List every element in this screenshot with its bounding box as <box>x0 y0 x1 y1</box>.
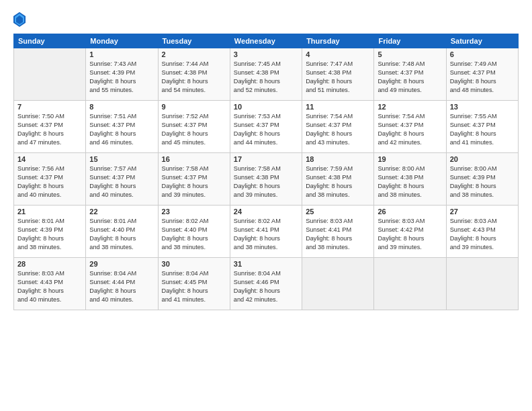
calendar-cell: 4Sunrise: 7:47 AMSunset: 4:38 PMDaylight… <box>302 48 374 101</box>
cell-line: Sunrise: 7:44 AM <box>162 60 209 67</box>
calendar-cell: 6Sunrise: 7:49 AMSunset: 4:37 PMDaylight… <box>446 48 518 101</box>
calendar-cell: 22Sunrise: 8:01 AMSunset: 4:40 PMDayligh… <box>86 205 158 258</box>
cell-content: Sunrise: 7:53 AMSunset: 4:37 PMDaylight:… <box>234 112 298 147</box>
cell-line: Sunset: 4:43 PM <box>17 279 63 285</box>
day-number: 14 <box>17 155 82 163</box>
cell-line: Sunrise: 8:02 AM <box>162 218 209 224</box>
cell-line: Sunrise: 8:01 AM <box>17 218 64 224</box>
cell-content: Sunrise: 7:56 AMSunset: 4:37 PMDaylight:… <box>17 165 82 199</box>
cell-line: Sunrise: 8:03 AM <box>378 218 425 224</box>
cell-line: Sunrise: 8:03 AM <box>306 218 353 224</box>
cell-line: Daylight: 8 hours <box>450 78 496 85</box>
cell-line: Daylight: 8 hours <box>306 78 352 85</box>
day-number: 3 <box>234 50 298 58</box>
cell-line: and 38 minutes. <box>306 191 349 198</box>
cell-line: Sunrise: 7:50 AM <box>17 113 64 120</box>
cell-line: Daylight: 8 hours <box>17 235 64 242</box>
cell-line: and 40 minutes. <box>89 191 133 198</box>
cell-line: and 40 minutes. <box>89 296 133 303</box>
day-number: 5 <box>378 50 442 58</box>
cell-line: Sunset: 4:37 PM <box>306 122 351 128</box>
cell-line: Sunrise: 8:02 AM <box>234 218 281 224</box>
cell-line: and 55 minutes. <box>89 87 133 93</box>
cell-content: Sunrise: 7:52 AMSunset: 4:37 PMDaylight:… <box>162 112 226 147</box>
day-number: 30 <box>162 260 226 268</box>
cell-line: Sunrise: 8:01 AM <box>89 218 136 224</box>
calendar-cell <box>14 48 86 101</box>
cell-line: Sunset: 4:37 PM <box>450 122 496 128</box>
cell-content: Sunrise: 8:02 AMSunset: 4:40 PMDaylight:… <box>162 217 226 252</box>
cell-line: Sunrise: 7:58 AM <box>234 165 281 172</box>
day-number: 1 <box>89 50 154 58</box>
calendar-cell: 3Sunrise: 7:45 AMSunset: 4:38 PMDaylight… <box>230 48 302 101</box>
cell-line: Sunrise: 7:58 AM <box>162 165 209 172</box>
cell-line: Sunset: 4:37 PM <box>378 69 423 76</box>
cell-line: Daylight: 8 hours <box>17 287 64 294</box>
day-number: 31 <box>234 260 298 268</box>
cell-line: and 39 minutes. <box>450 244 494 250</box>
cell-line: and 43 minutes. <box>306 139 349 146</box>
calendar-table: SundayMondayTuesdayWednesdayThursdayFrid… <box>13 34 519 310</box>
cell-line: and 48 minutes. <box>450 87 494 93</box>
day-header-friday: Friday <box>374 34 446 48</box>
cell-line: Sunset: 4:37 PM <box>378 122 423 128</box>
cell-content: Sunrise: 7:47 AMSunset: 4:38 PMDaylight:… <box>306 60 370 95</box>
cell-content: Sunrise: 7:49 AMSunset: 4:37 PMDaylight:… <box>450 60 515 95</box>
cell-line: and 46 minutes. <box>89 139 133 146</box>
day-number: 28 <box>17 260 82 268</box>
cell-line: and 40 minutes. <box>17 191 61 198</box>
cell-line: Sunrise: 7:54 AM <box>306 113 353 120</box>
day-header-wednesday: Wednesday <box>230 34 302 48</box>
cell-line: Sunrise: 8:04 AM <box>162 270 209 277</box>
cell-line: Daylight: 8 hours <box>234 130 280 137</box>
cell-line: Sunset: 4:41 PM <box>306 226 351 233</box>
day-number: 12 <box>378 103 442 111</box>
day-number: 4 <box>306 50 370 58</box>
cell-line: Daylight: 8 hours <box>378 183 424 189</box>
cell-line: and 44 minutes. <box>234 139 277 146</box>
day-number: 27 <box>450 208 515 216</box>
cell-line: Sunset: 4:44 PM <box>89 279 135 285</box>
cell-line: Daylight: 8 hours <box>162 183 208 189</box>
cell-line: Sunrise: 7:57 AM <box>89 165 136 172</box>
day-number: 26 <box>378 208 442 216</box>
cell-content: Sunrise: 8:00 AMSunset: 4:38 PMDaylight:… <box>378 165 442 199</box>
cell-line: Sunset: 4:39 PM <box>450 174 496 181</box>
cell-content: Sunrise: 7:43 AMSunset: 4:39 PMDaylight:… <box>89 60 154 95</box>
cell-line: Sunrise: 7:49 AM <box>450 60 497 67</box>
cell-line: Daylight: 8 hours <box>162 78 208 85</box>
cell-content: Sunrise: 8:03 AMSunset: 4:41 PMDaylight:… <box>306 217 370 252</box>
cell-line: Sunrise: 7:47 AM <box>306 60 353 67</box>
cell-content: Sunrise: 8:03 AMSunset: 4:43 PMDaylight:… <box>450 217 515 252</box>
day-header-sunday: Sunday <box>14 34 86 48</box>
calendar-cell: 21Sunrise: 8:01 AMSunset: 4:39 PMDayligh… <box>14 205 86 258</box>
calendar-cell: 9Sunrise: 7:52 AMSunset: 4:37 PMDaylight… <box>158 101 230 153</box>
cell-content: Sunrise: 7:59 AMSunset: 4:38 PMDaylight:… <box>306 165 370 199</box>
cell-line: Sunset: 4:38 PM <box>378 174 423 181</box>
cell-line: and 38 minutes. <box>162 244 206 250</box>
day-number: 29 <box>89 260 154 268</box>
cell-line: Sunrise: 8:00 AM <box>450 165 497 172</box>
cell-line: Sunset: 4:37 PM <box>17 122 63 128</box>
week-row-4: 28Sunrise: 8:03 AMSunset: 4:43 PMDayligh… <box>14 258 519 310</box>
day-number: 16 <box>162 155 226 163</box>
cell-content: Sunrise: 7:58 AMSunset: 4:38 PMDaylight:… <box>234 165 298 199</box>
cell-line: and 38 minutes. <box>306 244 349 250</box>
day-number: 2 <box>162 50 226 58</box>
cell-line: Sunrise: 8:00 AM <box>378 165 425 172</box>
cell-line: and 42 minutes. <box>378 139 421 146</box>
cell-line: and 54 minutes. <box>162 87 206 93</box>
cell-line: Daylight: 8 hours <box>306 183 352 189</box>
cell-line: Daylight: 8 hours <box>17 183 64 189</box>
cell-content: Sunrise: 7:48 AMSunset: 4:37 PMDaylight:… <box>378 60 442 95</box>
cell-line: Sunrise: 7:45 AM <box>234 60 281 67</box>
cell-content: Sunrise: 7:58 AMSunset: 4:37 PMDaylight:… <box>162 165 226 199</box>
cell-line: Daylight: 8 hours <box>89 78 136 85</box>
cell-line: Sunset: 4:37 PM <box>162 122 208 128</box>
calendar-cell: 14Sunrise: 7:56 AMSunset: 4:37 PMDayligh… <box>14 153 86 205</box>
cell-line: Daylight: 8 hours <box>378 130 424 137</box>
cell-content: Sunrise: 8:01 AMSunset: 4:40 PMDaylight:… <box>89 217 154 252</box>
cell-line: Sunset: 4:37 PM <box>450 69 496 76</box>
cell-line: Daylight: 8 hours <box>162 287 208 294</box>
cell-line: Sunset: 4:40 PM <box>162 226 208 233</box>
